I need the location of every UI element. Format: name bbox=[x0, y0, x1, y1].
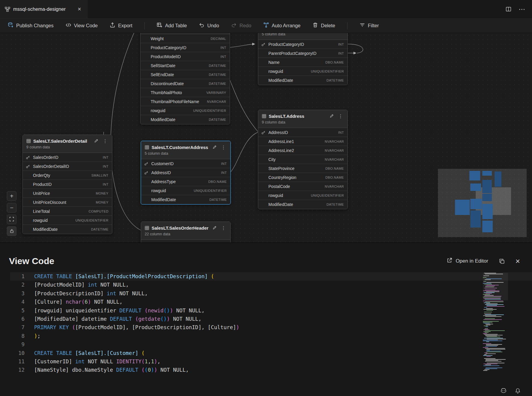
column-row[interactable]: ModifiedDateDATETIME bbox=[141, 195, 230, 204]
code-line[interactable]: 4[Culture] nchar(6) NOT NULL, bbox=[10, 298, 532, 306]
column-row[interactable]: StateProvinceDBO.NAME bbox=[258, 164, 347, 173]
view-code-button[interactable]: View Code bbox=[66, 22, 98, 29]
edit-table-icon[interactable] bbox=[211, 145, 218, 149]
code-line[interactable]: 8); bbox=[10, 332, 532, 340]
column-row[interactable]: ThumbNailPhotoVARBINARY bbox=[140, 88, 230, 97]
code-line[interactable]: 1CREATE TABLE [SalesLT].[ProductModelPro… bbox=[10, 272, 532, 281]
code-line[interactable]: 11[CustomerID] int NOT NULL IDENTITY(1,1… bbox=[10, 357, 532, 366]
column-row[interactable]: rowguidUNIQUEIDENTIFIER bbox=[23, 216, 112, 225]
column-row[interactable]: CustomerIDINT bbox=[141, 159, 230, 168]
export-button[interactable]: Export bbox=[110, 22, 132, 29]
table-header[interactable]: SalesLT.Address⋮9 column data bbox=[258, 110, 347, 128]
notifications-bell-icon[interactable] bbox=[515, 388, 521, 394]
undo-button[interactable]: Undo bbox=[199, 22, 219, 29]
column-row[interactable]: ThumbnailPhotoFileNameNVARCHAR bbox=[140, 97, 230, 106]
column-row[interactable]: ProductCategoryIDINT bbox=[140, 43, 230, 52]
tab-close-icon[interactable]: × bbox=[76, 6, 83, 13]
code-line[interactable]: 5[rowguid] uniqueidentifier DEFAULT (new… bbox=[10, 306, 532, 315]
column-row[interactable]: ModifiedDateDATETIME bbox=[258, 200, 347, 209]
column-row[interactable]: ParentProductCategoryIDINT bbox=[258, 49, 347, 58]
code-line[interactable]: 7PRIMARY KEY ([ProductModelID], [Product… bbox=[10, 323, 532, 332]
code-line[interactable]: 9 bbox=[10, 340, 532, 349]
column-row[interactable]: SalesOrderIDINT bbox=[23, 153, 112, 162]
copilot-icon[interactable] bbox=[501, 388, 507, 394]
tab-mssql-schema-designer[interactable]: mssql-schema-designer × bbox=[0, 0, 87, 18]
close-panel-icon[interactable]: × bbox=[516, 257, 520, 265]
diagram-minimap[interactable] bbox=[438, 169, 527, 237]
filter-button[interactable]: Filter bbox=[359, 22, 379, 29]
code-line[interactable]: 10CREATE TABLE [SalesLT].[Customer] ( bbox=[10, 349, 532, 357]
column-row[interactable]: rowguidUNIQUEIDENTIFIER bbox=[258, 67, 347, 76]
auto-arrange-button[interactable]: Auto Arrange bbox=[263, 22, 300, 29]
code-line[interactable]: 2[ProductModelID] int NOT NULL, bbox=[10, 281, 532, 289]
column-row[interactable]: ModifiedDateDATETIME bbox=[140, 115, 230, 124]
table-more-icon[interactable]: ⋮ bbox=[220, 144, 227, 150]
table-more-icon[interactable]: ⋮ bbox=[102, 138, 108, 144]
column-row[interactable]: UnitPriceDiscountMONEY bbox=[23, 198, 112, 207]
column-row[interactable]: SellEndDateDATETIME bbox=[140, 70, 230, 79]
table-SalesLT.SalesOrderHeader[interactable]: SalesLT.SalesOrderHeader⋮22 column dataS… bbox=[141, 222, 231, 243]
column-row[interactable]: WeightDECIMAL bbox=[140, 34, 230, 43]
column-type: DATETIME bbox=[209, 82, 226, 85]
more-actions-icon[interactable]: ⋯ bbox=[519, 5, 525, 13]
open-in-editor-button[interactable]: Open in Editor bbox=[447, 258, 488, 265]
column-row[interactable]: DiscontinuedDateDATETIME bbox=[140, 79, 230, 88]
table-header[interactable]: 5 column data bbox=[258, 33, 347, 40]
column-row[interactable]: PostalCodeNVARCHAR bbox=[258, 182, 347, 191]
code-editor[interactable]: 1CREATE TABLE [SalesLT].[ProductModelPro… bbox=[10, 272, 532, 374]
table-SalesLT.SalesOrderDetail[interactable]: SalesLT.SalesOrderDetail⋮9 column dataSa… bbox=[22, 135, 112, 234]
split-editor-icon[interactable] bbox=[506, 6, 511, 12]
add-table-button[interactable]: Add Table bbox=[157, 22, 187, 29]
lock-button[interactable] bbox=[7, 226, 16, 236]
column-row[interactable]: ModifiedDateDATETIME bbox=[258, 76, 347, 85]
minimap-table-rect bbox=[482, 194, 492, 201]
column-row[interactable]: AddressIDINT bbox=[141, 168, 230, 177]
diagram-canvas[interactable]: + − WeightDECIMALProductCategoryIDINTPro… bbox=[0, 33, 532, 243]
column-row[interactable]: AddressLine1NVARCHAR bbox=[258, 137, 347, 146]
code-line[interactable]: 3[ProductDescriptionID] int NOT NULL, bbox=[10, 289, 532, 298]
column-row[interactable]: AddressLine2NVARCHAR bbox=[258, 146, 347, 155]
column-row[interactable]: ModifiedDateDATETIME bbox=[23, 225, 112, 234]
column-row[interactable]: ProductCategoryIDINT bbox=[258, 40, 347, 49]
table-header[interactable]: SalesLT.SalesOrderDetail⋮9 column data bbox=[23, 135, 112, 153]
column-row[interactable]: ProductIDINT bbox=[23, 180, 112, 189]
column-row[interactable]: AddressIDINT bbox=[258, 128, 347, 137]
table-header[interactable]: SalesLT.SalesOrderHeader⋮22 column data bbox=[141, 222, 230, 240]
zoom-in-button[interactable]: + bbox=[7, 191, 16, 201]
zoom-out-button[interactable]: − bbox=[7, 203, 16, 213]
code-line[interactable]: 6[ModifiedDate] datetime DEFAULT (getdat… bbox=[10, 315, 532, 323]
table-more-icon[interactable]: ⋮ bbox=[220, 225, 227, 231]
code-line[interactable]: 12[NameStyle] dbo.NameStyle DEFAULT ((0)… bbox=[10, 366, 532, 374]
table-header[interactable]: SalesLT.CustomerAddress⋮5 column data bbox=[141, 141, 230, 159]
table-partial[interactable]: 5 column dataProductCategoryIDINTParentP… bbox=[258, 33, 348, 85]
column-row[interactable]: SalesOrderIDINT bbox=[141, 240, 230, 243]
column-row[interactable]: NameDBO.NAME bbox=[258, 58, 347, 67]
redo-button[interactable]: Redo bbox=[231, 22, 251, 29]
fit-view-button[interactable] bbox=[7, 215, 16, 224]
column-row[interactable]: CityNVARCHAR bbox=[258, 155, 347, 164]
column-row[interactable]: SalesOrderDetailIDINT bbox=[23, 162, 112, 171]
code-minimap[interactable] bbox=[483, 273, 508, 374]
column-row[interactable]: UnitPriceMONEY bbox=[23, 189, 112, 198]
table-more-icon[interactable]: ⋮ bbox=[337, 113, 344, 119]
delete-button[interactable]: Delete bbox=[312, 22, 335, 29]
column-row[interactable]: rowguidUNIQUEIDENTIFIER bbox=[140, 106, 230, 115]
column-row[interactable]: ProductModelIDINT bbox=[140, 52, 230, 61]
column-row[interactable]: OrderQtySMALLINT bbox=[23, 171, 112, 180]
column-type: MONEY bbox=[96, 192, 108, 195]
column-row[interactable]: rowguidUNIQUEIDENTIFIER bbox=[141, 186, 230, 195]
column-row[interactable]: rowguidUNIQUEIDENTIFIER bbox=[258, 191, 347, 200]
column-row[interactable]: CountryRegionDBO.NAME bbox=[258, 173, 347, 182]
column-row[interactable]: LineTotalCOMPUTED bbox=[23, 207, 112, 216]
edit-table-icon[interactable] bbox=[93, 139, 99, 143]
table-SalesLT.CustomerAddress[interactable]: SalesLT.CustomerAddress⋮5 column dataCus… bbox=[141, 141, 231, 204]
table-SalesLT.Address[interactable]: SalesLT.Address⋮9 column dataAddressIDIN… bbox=[258, 110, 348, 209]
edit-table-icon[interactable] bbox=[211, 226, 218, 230]
column-row[interactable]: SellStartDateDATETIME bbox=[140, 61, 230, 70]
copy-code-icon[interactable] bbox=[499, 258, 505, 264]
publish-changes-button[interactable]: Publish Changes bbox=[8, 22, 54, 29]
column-row[interactable]: AddressTypeDBO.NAME bbox=[141, 177, 230, 186]
edit-table-icon[interactable] bbox=[328, 114, 335, 118]
table-partial[interactable]: WeightDECIMALProductCategoryIDINTProduct… bbox=[140, 33, 230, 124]
column-type: DATETIME bbox=[327, 79, 344, 82]
